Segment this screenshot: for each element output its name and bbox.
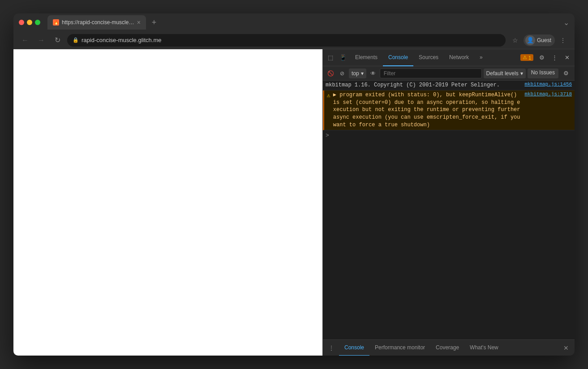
devtools-tab-sources[interactable]: Sources (413, 49, 444, 66)
inspect-element-button[interactable]: ⬚ (325, 52, 336, 64)
console-warning-message: ▶ program exited (with status: 0), but k… (333, 91, 522, 129)
bottom-tab-performance-monitor[interactable]: Performance monitor (369, 340, 430, 356)
console-prompt: > (323, 130, 575, 141)
minimize-button[interactable] (27, 20, 32, 25)
console-filter-button[interactable]: ⊘ (337, 69, 347, 78)
bookmarks-button[interactable]: ☆ (509, 34, 522, 47)
title-bar: 🔥 https://rapid-concise-muscle.g… × + ⌄ (13, 13, 575, 31)
context-selector[interactable]: top ▾ (349, 69, 366, 78)
tab-title: https://rapid-concise-muscle.g… (62, 19, 134, 26)
warning-badge[interactable]: ⚠ 1 (520, 54, 533, 61)
no-issues-button[interactable]: No Issues (528, 69, 558, 78)
warning-count: 1 (528, 55, 531, 60)
warning-triangle-icon: ⚠ (327, 92, 330, 99)
console-message: mkbitmap 1.16. Copyright (C) 2001-2019 P… (326, 82, 522, 89)
chevron-down-icon: ▾ (520, 70, 523, 77)
main-content: ⬚ 📱 Elements Console Sources Network (13, 49, 575, 356)
profile-button[interactable]: 👤 Guest (524, 34, 555, 46)
profile-icon: 👤 (525, 35, 535, 45)
bottom-tab-whats-new[interactable]: What's New (464, 340, 504, 356)
console-settings-button[interactable]: ⚙ (560, 68, 572, 79)
reload-button[interactable]: ↻ (51, 34, 64, 47)
devtools-tab-elements[interactable]: Elements (350, 49, 383, 66)
nav-bar: ← → ↻ 🔒 rapid-concise-muscle.glitch.me ☆… (13, 31, 575, 49)
tab-bar: 🔥 https://rapid-concise-muscle.g… × + (47, 15, 560, 30)
console-source-link[interactable]: mkbitmap.js:1456 (524, 82, 572, 87)
close-button[interactable] (19, 20, 24, 25)
bottom-tab-console[interactable]: Console (339, 340, 369, 356)
bottom-tabs: Console Performance monitor Coverage Wha… (337, 340, 560, 356)
window-controls: ⌄ (563, 18, 569, 27)
nav-actions: ☆ 👤 Guest ⋮ (509, 34, 569, 47)
console-eye-button[interactable]: 👁 (368, 69, 378, 78)
devtools-tab-console[interactable]: Console (383, 49, 413, 66)
forward-button[interactable]: → (35, 34, 47, 47)
devtools-settings-button[interactable]: ⚙ (536, 52, 548, 64)
bottom-tab-coverage[interactable]: Coverage (430, 340, 464, 356)
devtools-tabs: Elements Console Sources Network » (350, 49, 519, 66)
devtools-bottom-bar: ⋮ Console Performance monitor Coverage W… (323, 339, 575, 356)
bottom-menu-button[interactable]: ⋮ (326, 342, 337, 354)
console-clear-button[interactable]: 🚫 (326, 69, 335, 78)
more-button[interactable]: ⋮ (557, 34, 569, 47)
devtools-toolbar: ⬚ 📱 Elements Console Sources Network (323, 49, 575, 66)
url-text: rapid-concise-muscle.glitch.me (82, 37, 161, 43)
traffic-lights (19, 20, 40, 25)
default-levels-button[interactable]: Default levels ▾ (484, 69, 526, 78)
browser-window: 🔥 https://rapid-concise-muscle.g… × + ⌄ … (13, 13, 575, 356)
devtools-tab-network[interactable]: Network (444, 49, 474, 66)
tab-favicon: 🔥 (53, 19, 59, 26)
browser-tab[interactable]: 🔥 https://rapid-concise-muscle.g… × (47, 15, 146, 30)
tab-close-button[interactable]: × (137, 19, 141, 26)
devtools-tab-more[interactable]: » (474, 49, 488, 66)
console-line: mkbitmap 1.16. Copyright (C) 2001-2019 P… (323, 81, 575, 90)
devtools-more-button[interactable]: ⋮ (549, 52, 560, 64)
console-output[interactable]: mkbitmap 1.16. Copyright (C) 2001-2019 P… (323, 81, 575, 339)
bottom-close-button[interactable]: ✕ (560, 342, 572, 354)
devtools-panel: ⬚ 📱 Elements Console Sources Network (322, 49, 575, 356)
new-tab-button[interactable]: + (148, 16, 160, 29)
console-filter-input[interactable] (380, 69, 482, 78)
prompt-symbol: > (326, 132, 329, 139)
warning-icon: ⚠ (523, 55, 527, 60)
lock-icon: 🔒 (73, 37, 79, 43)
console-warning-link[interactable]: mkbitmap.js:3718 (524, 91, 572, 97)
console-warning-line: ⚠ ▶ program exited (with status: 0), but… (323, 90, 575, 130)
back-button[interactable]: ← (19, 34, 31, 47)
devtools-toolbar-right: ⚠ 1 ⚙ ⋮ ✕ (520, 52, 573, 64)
address-bar[interactable]: 🔒 rapid-concise-muscle.glitch.me (67, 34, 506, 47)
chevron-down-icon: ▾ (361, 70, 364, 77)
page-content (13, 49, 322, 356)
console-toolbar: 🚫 ⊘ top ▾ 👁 Default levels ▾ No Issues ⚙ (323, 66, 575, 81)
devtools-close-button[interactable]: ✕ (561, 52, 573, 64)
profile-label: Guest (537, 37, 551, 43)
device-toolbar-button[interactable]: 📱 (337, 52, 349, 64)
maximize-button[interactable] (35, 20, 40, 25)
